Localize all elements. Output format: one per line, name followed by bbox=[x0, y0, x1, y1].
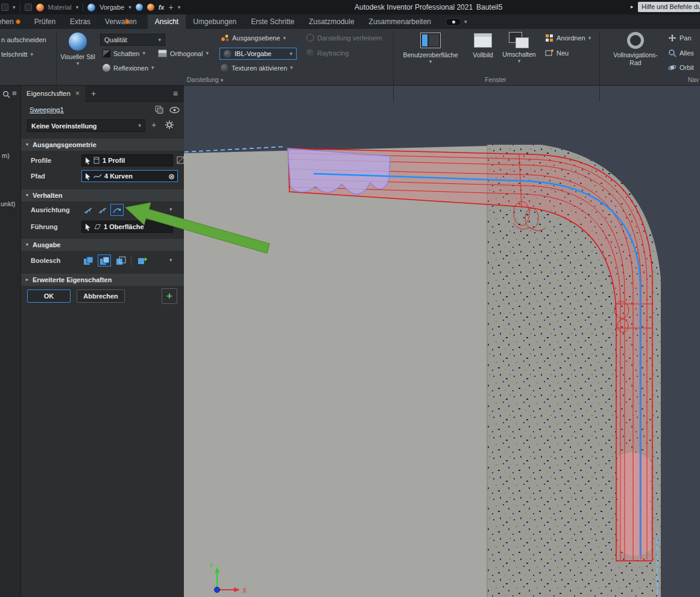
surface-icon bbox=[93, 224, 101, 230]
appearance-dropdown[interactable]: Vorgabe bbox=[99, 4, 124, 11]
viewport-3d[interactable]: Y X bbox=[184, 86, 700, 597]
orientation-more-caret-icon[interactable]: ▾ bbox=[169, 207, 172, 212]
join-icon bbox=[99, 256, 110, 265]
boolean-join-button-selected[interactable] bbox=[98, 254, 111, 267]
preset-settings-gear-icon[interactable] bbox=[165, 120, 174, 130]
profile-options-icon[interactable] bbox=[177, 156, 185, 165]
ibl-preset-dropdown[interactable]: IBL-Vorgabe▾ bbox=[219, 48, 297, 60]
ground-plane-dropdown[interactable]: Ausgangsebene▾ bbox=[221, 34, 286, 42]
browser-search-icon[interactable] bbox=[2, 90, 10, 98]
camera-cube-icon bbox=[158, 49, 167, 57]
add-tab-icon[interactable]: + bbox=[91, 89, 96, 98]
qat-dropdown-icon[interactable]: ▾ bbox=[13, 5, 16, 10]
arrange-dropdown[interactable]: Anordnen▾ bbox=[545, 34, 591, 42]
parameters-fx-button[interactable]: fx bbox=[159, 4, 165, 11]
appearance-caret-icon[interactable]: ▾ bbox=[128, 5, 131, 10]
separator bbox=[83, 3, 83, 11]
plus-icon: + bbox=[166, 290, 172, 302]
tab-eigenschaften[interactable]: Eigenschaften × bbox=[21, 86, 85, 102]
quality-dropdown[interactable]: Qualität▾ bbox=[100, 34, 165, 46]
tab-umgebungen[interactable]: Umgebungen bbox=[186, 14, 244, 29]
tab-zusatzmodule[interactable]: Zusatzmodule bbox=[301, 14, 361, 29]
textures-toggle-dropdown[interactable]: Texturen aktivieren▾ bbox=[221, 64, 293, 72]
boolean-cut-button[interactable] bbox=[114, 254, 127, 267]
model-face-plane[interactable] bbox=[184, 146, 487, 597]
cancel-button[interactable]: Abbrechen bbox=[77, 289, 125, 303]
shadows-dropdown[interactable]: Schatten▾ bbox=[102, 49, 145, 57]
boolean-more-caret-icon[interactable]: ▾ bbox=[169, 257, 172, 263]
help-search-input[interactable]: Hilfe und Befehle durch bbox=[638, 2, 700, 12]
orientation-follow-path-button[interactable] bbox=[81, 204, 95, 216]
switch-windows-button[interactable]: Umschalten ▾ bbox=[500, 31, 538, 64]
orthographic-dropdown[interactable]: Orthogonal▾ bbox=[158, 49, 209, 57]
orbit-icon bbox=[668, 63, 676, 72]
appearance-swatch-icon bbox=[87, 4, 95, 11]
collapse-icon: ▾ bbox=[26, 142, 28, 147]
reflections-dropdown[interactable]: Reflexionen▾ bbox=[102, 64, 154, 72]
switch-windows-icon bbox=[509, 32, 529, 49]
tab-extras[interactable]: Extras bbox=[63, 14, 98, 29]
full-screen-button[interactable]: Vollbild bbox=[467, 31, 499, 59]
boolean-union-button[interactable] bbox=[81, 254, 95, 267]
zoom-all-button[interactable]: Alles bbox=[668, 49, 694, 57]
guide-label: Führung bbox=[31, 223, 58, 230]
user-interface-button[interactable]: Benutzeroberfläche ▾ bbox=[397, 31, 464, 65]
adjust-appearance-icon[interactable] bbox=[136, 4, 143, 11]
full-navigation-wheel-button[interactable]: Vollnavigations- Rad bbox=[607, 31, 664, 66]
browser-node-partial[interactable]: unkt) bbox=[1, 200, 15, 207]
visual-style-label: Visueller Stil bbox=[60, 53, 95, 61]
section-ausgabe[interactable]: ▾ Ausgabe bbox=[21, 239, 184, 251]
section-ausgangsgeometrie[interactable]: ▾ Ausgangsgeometrie bbox=[21, 139, 184, 151]
boolean-new-solid-button[interactable] bbox=[136, 254, 149, 267]
tab-zusammenarbeiten[interactable]: Zusammenarbeiten bbox=[362, 14, 438, 29]
qat-more-caret-icon[interactable]: ▾ bbox=[178, 5, 181, 10]
measure-add-icon[interactable]: + bbox=[168, 3, 173, 11]
adjust-material-icon[interactable] bbox=[147, 4, 154, 11]
boolean-label: Boolesch bbox=[31, 257, 61, 264]
pan-button[interactable]: Pan bbox=[668, 34, 692, 42]
ribbon-options-caret-icon[interactable]: ▾ bbox=[464, 19, 467, 25]
redo-icon[interactable] bbox=[25, 4, 32, 11]
tab-verwalten[interactable]: Verwalten bbox=[98, 14, 144, 29]
new-window-button[interactable]: Neu bbox=[545, 49, 569, 57]
close-tab-icon[interactable]: × bbox=[75, 89, 80, 98]
caret-icon: ▾ bbox=[289, 51, 292, 57]
section-view-partial-label[interactable]: n aufschneiden bbox=[1, 36, 46, 43]
panel-menu-icon[interactable]: ≡ bbox=[173, 89, 178, 98]
browser-menu-icon[interactable]: ≡ bbox=[12, 89, 17, 98]
guide-surface-field[interactable]: 1 Oberfläche bbox=[81, 221, 173, 233]
preset-dropdown[interactable]: Keine Voreinstellung▾ bbox=[27, 119, 145, 132]
orientation-fixed-button[interactable] bbox=[96, 204, 109, 216]
section-verhalten[interactable]: ▾ Verhalten bbox=[21, 189, 184, 201]
feature-name-field[interactable]: Sweeping1 bbox=[30, 106, 64, 113]
group-label-navigation[interactable]: Nav bbox=[681, 76, 700, 83]
tab-ansicht[interactable]: Ansicht bbox=[148, 14, 186, 29]
material-caret-icon[interactable]: ▾ bbox=[76, 5, 79, 10]
tab-pruefen[interactable]: Prüfen bbox=[27, 14, 63, 29]
browser-node-partial[interactable]: m) bbox=[2, 152, 10, 159]
tab-erste-schritte[interactable]: Erste Schritte bbox=[244, 14, 301, 29]
material-dropdown[interactable]: Material bbox=[48, 4, 72, 11]
panel-tab-bar: Eigenschaften × + ≡ bbox=[21, 86, 184, 102]
undo-icon[interactable] bbox=[1, 4, 8, 11]
communication-center-icon[interactable] bbox=[446, 18, 461, 26]
section-erweiterte-eigenschaften[interactable]: ▸ Erweiterte Eigenschaften bbox=[21, 274, 184, 286]
ok-button[interactable]: OK bbox=[27, 289, 71, 303]
group-label-darstellung[interactable]: Darstellung ▾ bbox=[151, 76, 259, 83]
visibility-eye-icon[interactable] bbox=[169, 107, 180, 113]
bookmark-icon[interactable] bbox=[155, 106, 163, 114]
add-preset-icon[interactable]: + bbox=[151, 121, 156, 129]
orientation-guide-button-selected[interactable] bbox=[110, 204, 124, 216]
slice-view-partial-label[interactable]: telschnitt▾ bbox=[1, 51, 33, 58]
group-label-fenster[interactable]: Fenster bbox=[459, 76, 532, 83]
profile-selection-field[interactable]: 1 Profil bbox=[81, 154, 173, 166]
sweep-profile-sketch[interactable] bbox=[288, 148, 390, 194]
union-icon bbox=[83, 256, 93, 265]
path-selection-field-active[interactable]: 4 Kurven ⊗ bbox=[81, 170, 178, 182]
user-interface-label: Benutzeroberfläche bbox=[403, 51, 458, 59]
orbit-button[interactable]: Orbit bbox=[668, 63, 694, 72]
clear-selection-icon[interactable]: ⊗ bbox=[168, 172, 175, 180]
help-expand-icon[interactable]: ▸ bbox=[631, 4, 634, 10]
visual-style-button[interactable]: Visueller Stil ▾ bbox=[59, 31, 96, 66]
add-feature-plus-button[interactable]: + bbox=[162, 288, 177, 304]
